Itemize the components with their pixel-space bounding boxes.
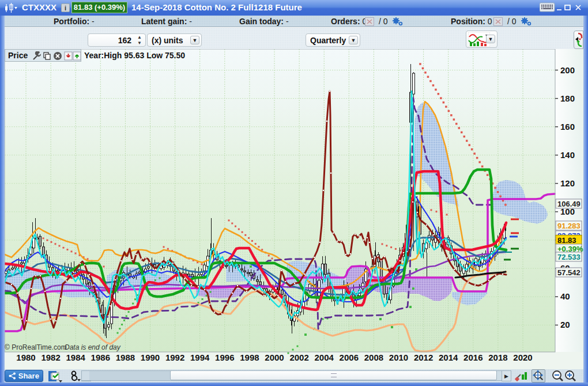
svg-text:140: 140	[560, 150, 575, 160]
svg-text:1982: 1982	[41, 353, 60, 362]
svg-text:180: 180	[560, 93, 575, 103]
svg-text:2014: 2014	[439, 353, 458, 362]
svg-text:1998: 1998	[240, 353, 259, 362]
svg-text:1984: 1984	[66, 353, 86, 362]
svg-text:1980: 1980	[16, 353, 35, 362]
svg-text:1988: 1988	[116, 353, 135, 362]
svg-text:1996: 1996	[215, 353, 234, 362]
svg-text:2004: 2004	[315, 353, 334, 362]
svg-text:106.49: 106.49	[557, 200, 581, 208]
svg-text:81.83: 81.83	[557, 236, 576, 245]
svg-text:2016: 2016	[463, 353, 483, 362]
svg-text:1994: 1994	[190, 353, 210, 362]
svg-text:1992: 1992	[165, 353, 184, 362]
svg-text:2000: 2000	[265, 353, 284, 362]
svg-text:91.283: 91.283	[557, 222, 581, 230]
svg-text:1990: 1990	[141, 353, 160, 362]
svg-text:72.533: 72.533	[557, 253, 581, 261]
svg-text:2020: 2020	[513, 353, 532, 362]
svg-text:200: 200	[560, 65, 575, 75]
svg-text:Data is end of day: Data is end of day	[65, 343, 121, 351]
svg-text:2002: 2002	[289, 353, 308, 362]
svg-text:2008: 2008	[364, 353, 383, 362]
svg-text:© ProRealTime.com: © ProRealTime.com	[5, 343, 67, 351]
svg-text:2012: 2012	[414, 353, 433, 362]
svg-text:2010: 2010	[389, 353, 408, 362]
svg-text:20: 20	[560, 320, 570, 329]
svg-text:2006: 2006	[340, 353, 359, 362]
svg-text:120: 120	[560, 178, 575, 188]
svg-text:40: 40	[560, 291, 570, 301]
svg-text:1986: 1986	[91, 353, 110, 362]
svg-text:2018: 2018	[488, 353, 507, 362]
svg-text:160: 160	[560, 122, 575, 132]
svg-text:57.542: 57.542	[557, 268, 581, 277]
